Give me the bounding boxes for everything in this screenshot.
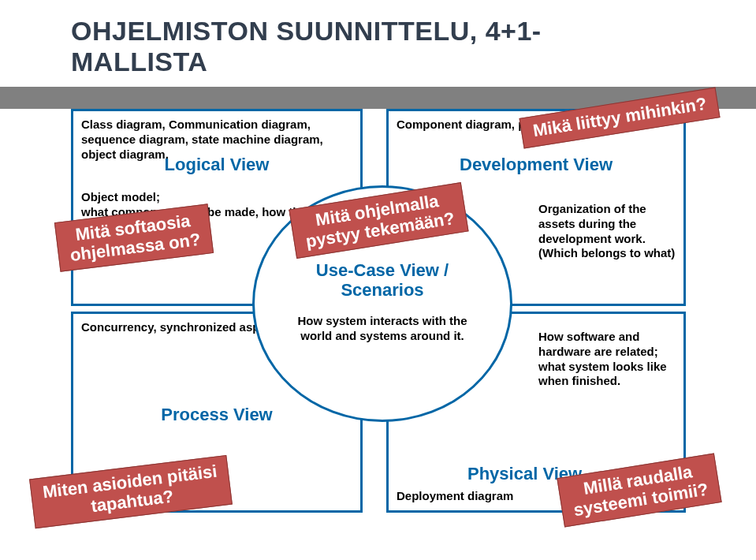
page-title: OHJELMISTON SUUNNITTELU, 4+1- MALLISTA: [71, 16, 717, 77]
process-view-label: Process View: [73, 405, 360, 425]
development-view-label: Development View: [389, 155, 683, 175]
use-case-view-body: How system interacts with the world and …: [282, 314, 482, 344]
physical-view-body: How software and hardware are related; w…: [538, 330, 676, 389]
use-case-view-label: Use-Case View / Scenarios: [255, 260, 510, 301]
development-view-body: Organization of the assets during the de…: [538, 202, 676, 261]
logical-view-label: Logical View: [73, 155, 360, 175]
callout-process: Miten asioiden pitäisi tapahtua?: [29, 455, 233, 529]
